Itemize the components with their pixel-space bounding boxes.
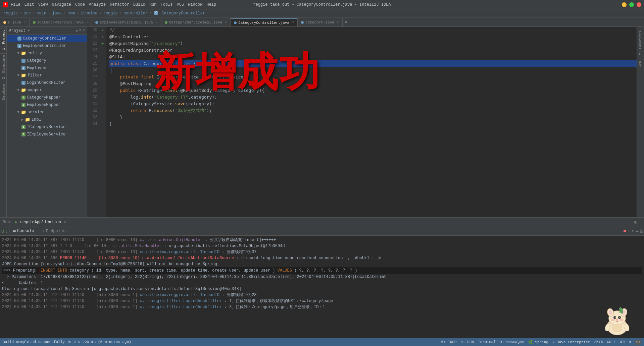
console-fold-icon[interactable]: ≡ xyxy=(636,228,639,234)
tab-employeeserviceimpl[interactable]: EmployeeServiceImpl.java × xyxy=(92,18,161,26)
tab-more-button[interactable]: » xyxy=(343,19,349,25)
right-panel-favorites[interactable]: 2: Favorites xyxy=(638,30,643,56)
code-line-34: } xyxy=(109,121,637,127)
sidebar-toggle-structure[interactable]: Z: Structure xyxy=(0,53,6,80)
menu-help[interactable]: Help xyxy=(206,2,216,7)
tab-close-icat[interactable]: × xyxy=(86,21,88,24)
tab-categoryserviceimpl[interactable]: CategoryServiceImpl.java × xyxy=(161,18,231,26)
menu-run[interactable]: Run xyxy=(149,2,157,7)
bc-class[interactable]: C CategoryController xyxy=(153,11,205,16)
run-restart-icon[interactable]: ↺ xyxy=(1,228,4,234)
tab-close-cat[interactable]: × xyxy=(337,21,339,24)
sidebar-settings-icon[interactable]: ⚙ xyxy=(76,28,78,33)
code-line-21: @RestController xyxy=(109,34,637,40)
status-java-enterprise[interactable]: ☕ Java Enterprise xyxy=(552,340,590,344)
menu-code[interactable]: Code xyxy=(75,2,85,7)
status-spring[interactable]: 🌿 Spring xyxy=(528,340,548,344)
sidebar-item-service[interactable]: ▶ 📁 service xyxy=(7,109,87,116)
menu-analyze[interactable]: Analyze xyxy=(89,2,106,7)
sidebar-item-icategoryservice[interactable]: I ICategoryService xyxy=(7,123,87,131)
svg-point-10 xyxy=(616,319,618,321)
impl-arrow: ▶ xyxy=(21,118,23,122)
status-position: 26:5 xyxy=(594,340,603,344)
log-line-updates: <== Updates: 1 xyxy=(2,280,642,286)
menu-file[interactable]: File xyxy=(11,2,20,7)
sidebar-header-arrow[interactable]: ▼ xyxy=(28,29,30,33)
bc-java[interactable]: java xyxy=(52,11,62,16)
run-label: Run: xyxy=(3,220,12,225)
tab-close-emp[interactable]: × xyxy=(156,21,158,24)
sidebar-item-categorymapper[interactable]: I CategoryMapper xyxy=(7,94,87,101)
sidebar-item-employeemapper[interactable]: I EmployeeMapper xyxy=(7,101,87,109)
menu-edit[interactable]: Edit xyxy=(24,2,34,7)
close-button[interactable]: × xyxy=(637,2,641,7)
run-app-name[interactable]: reggieApplication xyxy=(20,220,61,225)
console-stop-icon[interactable]: ■ xyxy=(623,228,626,234)
code-line-25: public class CategoryController { xyxy=(109,60,637,67)
sidebar-toggle-database[interactable]: Database xyxy=(0,82,6,101)
bc-com[interactable]: com xyxy=(67,11,75,16)
tab-e-java[interactable]: e.java × xyxy=(0,18,30,26)
tab-close-e[interactable]: × xyxy=(24,21,26,24)
menu-window[interactable]: Window xyxy=(188,2,202,7)
menu-tools[interactable]: Tools xyxy=(161,2,173,7)
tab-close-catimpl[interactable]: × xyxy=(225,21,227,24)
sidebar-item-employee[interactable]: C Employee xyxy=(7,64,87,72)
tab-close-catctrl[interactable]: × xyxy=(292,21,294,24)
console-clear-icon[interactable]: ⊘ xyxy=(632,228,634,234)
status-terminal[interactable]: Terminal xyxy=(478,340,496,344)
menu-refactor[interactable]: Refactor xyxy=(110,2,129,7)
tab-icon-icat xyxy=(33,21,36,24)
status-run[interactable]: 4: Run xyxy=(461,340,474,344)
run-settings-icon[interactable]: ⚙ xyxy=(634,220,637,225)
sidebar-item-employeecontroller[interactable]: C EmployeeController xyxy=(7,42,87,50)
tab-category[interactable]: Category.java × xyxy=(298,18,343,26)
sidebar-expand-icon[interactable]: ≡ xyxy=(79,28,82,33)
sidebar-close-icon[interactable]: × xyxy=(83,28,85,33)
tab-icon-cat xyxy=(301,21,304,24)
bc-reggie[interactable]: reggie xyxy=(3,11,18,16)
sidebar-item-category[interactable]: C Category xyxy=(7,57,87,64)
sidebar-toggle-project[interactable]: 1: Project xyxy=(0,28,6,51)
console-rerun-icon[interactable]: ↑ xyxy=(628,228,630,234)
run-scroll-down-icon[interactable]: ↓ xyxy=(5,229,7,234)
sidebar-item-impl[interactable]: ▶ 📁 Impl xyxy=(7,116,87,123)
sidebar-item-entity[interactable]: ▶ 📁 entity xyxy=(7,50,87,57)
run-tab-close[interactable]: × xyxy=(64,220,66,224)
status-crlf[interactable]: CRLF xyxy=(607,340,616,344)
breadcrumb: reggie › src › main › java › com › ithei… xyxy=(0,9,644,17)
tab-icategoryservice[interactable]: ICategoryService.java × xyxy=(30,18,92,26)
menu-build[interactable]: Build xyxy=(133,2,145,7)
code-line-31: iCategoryService.save(category); xyxy=(109,101,637,107)
endpoints-label: Endpoints xyxy=(46,229,68,234)
right-panel-web[interactable]: Web xyxy=(638,60,643,68)
svg-point-11 xyxy=(611,319,615,321)
code-line-29: public R<String> save1(@RequestBody Cate… xyxy=(109,87,637,94)
sidebar-item-iemployeeservice[interactable]: I IEmployeeService xyxy=(7,131,87,138)
run-minimize-icon[interactable]: — xyxy=(639,220,641,225)
sidebar-item-filter[interactable]: ▶ 📁 filter xyxy=(7,72,87,79)
tab-console[interactable]: ⊞ Console xyxy=(9,227,38,235)
status-todo[interactable]: 6: TODO xyxy=(441,340,456,344)
sidebar-item-categorycontroller[interactable]: C CategoryController xyxy=(7,35,87,42)
status-messages[interactable]: 0: Messages xyxy=(500,340,524,344)
sidebar-item-logincheckfilter[interactable]: C LoginCheckFilter xyxy=(7,79,87,86)
tab-endpoints[interactable]: ⚡ Endpoints xyxy=(38,227,72,235)
bc-main[interactable]: main xyxy=(37,11,46,16)
status-ime[interactable]: 中 xyxy=(635,340,641,345)
bc-reggie2[interactable]: reggie xyxy=(103,11,118,16)
console-print-icon[interactable]: ⎙ xyxy=(640,228,643,234)
sidebar-item-mapper[interactable]: ▶ 📁 mapper xyxy=(7,86,87,94)
window-controls[interactable]: − □ × xyxy=(622,2,641,7)
tab-categorycontroller[interactable]: CategoryController.java × xyxy=(231,18,298,26)
maximize-button[interactable]: □ xyxy=(629,2,634,7)
bc-controller[interactable]: controller xyxy=(123,11,148,16)
bc-src[interactable]: src xyxy=(23,11,31,16)
bc-itheima[interactable]: itheima xyxy=(81,11,97,16)
sidebar-label-category: Category xyxy=(27,58,46,63)
minimize-button[interactable]: − xyxy=(622,2,627,7)
menu-navigate[interactable]: Navigate xyxy=(52,2,71,7)
menu-vcs[interactable]: VCS xyxy=(177,2,184,7)
status-encoding[interactable]: UTF-8 xyxy=(620,340,631,344)
menu-view[interactable]: View xyxy=(38,2,48,7)
